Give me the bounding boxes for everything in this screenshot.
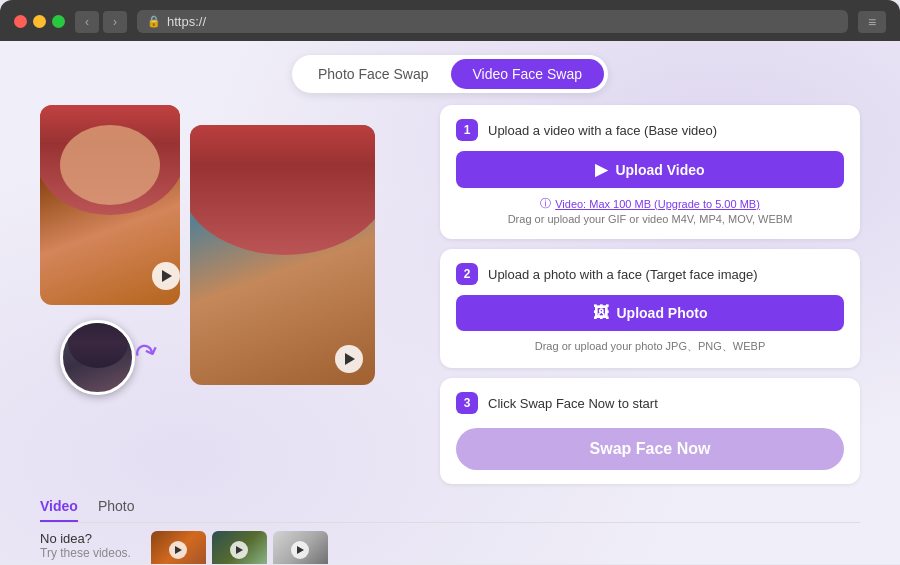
maximize-traffic-light[interactable] [52, 15, 65, 28]
bottom-section: Video Photo No idea? Try these videos. [0, 484, 900, 564]
no-idea-subtitle: Try these videos. [40, 546, 131, 560]
step2-hint-text: Drag or upload your photo JPG、PNG、WEBP [456, 339, 844, 354]
play-button-small[interactable] [152, 262, 180, 290]
upload-photo-label: Upload Photo [617, 305, 708, 321]
url-text: https:// [167, 14, 206, 29]
step1-card: 1 Upload a video with a face (Base video… [440, 105, 860, 239]
step3-number: 3 [456, 392, 478, 414]
upload-photo-button[interactable]: 🖼 Upload Photo [456, 295, 844, 331]
step1-header: 1 Upload a video with a face (Base video… [456, 119, 844, 141]
step2-file-info: Drag or upload your photo JPG、PNG、WEBP [456, 339, 844, 354]
tabs-wrapper: Photo Face Swap Video Face Swap [292, 55, 608, 93]
minimize-traffic-light[interactable] [33, 15, 46, 28]
thumb-play-1 [151, 531, 206, 564]
nav-buttons: ‹ › [75, 11, 127, 33]
step1-file-info: ⓘ Video: Max 100 MB (Upgrade to 5.00 MB)… [456, 196, 844, 225]
upload-video-label: Upload Video [615, 162, 704, 178]
thumb-play-tri-3 [297, 546, 304, 554]
face-circle-overlay [60, 320, 135, 395]
sample-thumb-2[interactable] [212, 531, 267, 564]
step1-warning: ⓘ Video: Max 100 MB (Upgrade to 5.00 MB) [456, 196, 844, 211]
sample-thumb-3[interactable] [273, 531, 328, 564]
step3-title: Click Swap Face Now to start [488, 396, 658, 411]
preview-panel: ↷ [40, 105, 420, 425]
step2-header: 2 Upload a photo with a face (Target fac… [456, 263, 844, 285]
info-icon: ⓘ [540, 196, 551, 211]
tab-video-face-swap[interactable]: Video Face Swap [451, 59, 604, 89]
sample-thumbnails [151, 531, 328, 564]
upload-video-button[interactable]: ▶ Upload Video [456, 151, 844, 188]
no-idea-title: No idea? [40, 531, 131, 546]
sample-thumb-1[interactable] [151, 531, 206, 564]
browser-chrome: ‹ › 🔒 https:// ≡ [0, 0, 900, 41]
bottom-content: No idea? Try these videos. [40, 531, 860, 564]
step2-title: Upload a photo with a face (Target face … [488, 267, 758, 282]
step1-warning-text: Video: Max 100 MB (Upgrade to 5.00 MB) [555, 198, 760, 210]
bottom-tab-video[interactable]: Video [40, 494, 78, 522]
thumb-play-tri-2 [236, 546, 243, 554]
image-icon: 🖼 [593, 304, 609, 322]
preview-image-large [190, 125, 375, 385]
lock-icon: 🔒 [147, 15, 161, 28]
step2-card: 2 Upload a photo with a face (Target fac… [440, 249, 860, 368]
thumb-play-tri-1 [175, 546, 182, 554]
thumb-play-btn-1 [169, 541, 187, 559]
tab-photo-face-swap[interactable]: Photo Face Swap [296, 59, 451, 89]
thumb-play-3 [273, 531, 328, 564]
page-content: Photo Face Swap Video Face Swap [0, 41, 900, 564]
no-idea-section: No idea? Try these videos. [40, 531, 131, 560]
browser-menu-button[interactable]: ≡ [858, 11, 886, 33]
step3-card: 3 Click Swap Face Now to start Swap Face… [440, 378, 860, 484]
main-layout: ↷ 1 Upload a video with a face (Base vid… [0, 105, 900, 484]
warning-link[interactable]: Video: Max 100 MB (Upgrade to 5.00 MB) [555, 198, 760, 210]
thumb-play-2 [212, 531, 267, 564]
play-circle-icon: ▶ [595, 160, 607, 179]
bottom-tabs: Video Photo [40, 494, 860, 523]
play-button-large[interactable] [335, 345, 363, 373]
step2-number: 2 [456, 263, 478, 285]
controls-panel: 1 Upload a video with a face (Base video… [440, 105, 860, 484]
forward-button[interactable]: › [103, 11, 127, 33]
thumb-play-btn-2 [230, 541, 248, 559]
step1-number: 1 [456, 119, 478, 141]
step1-title: Upload a video with a face (Base video) [488, 123, 717, 138]
bottom-tab-photo[interactable]: Photo [98, 494, 135, 522]
thumb-play-btn-3 [291, 541, 309, 559]
back-button[interactable]: ‹ [75, 11, 99, 33]
play-triangle-small-icon [162, 270, 172, 282]
close-traffic-light[interactable] [14, 15, 27, 28]
step1-hint-text: Drag or upload your GIF or video M4V, MP… [456, 213, 844, 225]
url-bar[interactable]: 🔒 https:// [137, 10, 848, 33]
swap-face-now-button[interactable]: Swap Face Now [456, 428, 844, 470]
step3-header: 3 Click Swap Face Now to start [456, 392, 844, 414]
tabs-container: Photo Face Swap Video Face Swap [0, 41, 900, 105]
traffic-lights [14, 15, 65, 28]
play-triangle-icon [345, 353, 355, 365]
